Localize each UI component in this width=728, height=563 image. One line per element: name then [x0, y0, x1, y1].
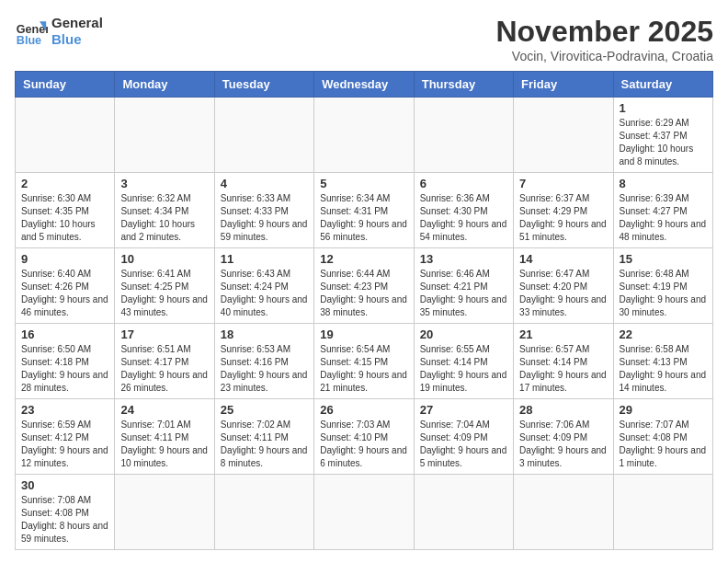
calendar-cell: 15Sunrise: 6:48 AM Sunset: 4:19 PM Dayli… [613, 248, 712, 324]
calendar-cell: 28Sunrise: 7:06 AM Sunset: 4:09 PM Dayli… [514, 399, 613, 475]
day-info: Sunrise: 7:04 AM Sunset: 4:09 PM Dayligh… [420, 419, 507, 470]
day-info: Sunrise: 6:30 AM Sunset: 4:35 PM Dayligh… [21, 192, 108, 244]
calendar-cell [314, 98, 414, 173]
day-info: Sunrise: 7:07 AM Sunset: 4:08 PM Dayligh… [620, 419, 707, 470]
day-info: Sunrise: 6:55 AM Sunset: 4:14 PM Dayligh… [420, 343, 507, 395]
day-info: Sunrise: 7:03 AM Sunset: 4:10 PM Dayligh… [320, 419, 407, 470]
day-number: 6 [420, 177, 507, 190]
day-info: Sunrise: 6:32 AM Sunset: 4:34 PM Dayligh… [120, 192, 208, 244]
day-info: Sunrise: 6:41 AM Sunset: 4:25 PM Dayligh… [120, 268, 208, 319]
calendar-cell: 3Sunrise: 6:32 AM Sunset: 4:34 PM Daylig… [115, 173, 214, 248]
calendar-table: SundayMondayTuesdayWednesdayThursdayFrid… [15, 71, 713, 550]
day-header-saturday: Saturday [613, 72, 712, 98]
day-header-thursday: Thursday [414, 72, 513, 98]
day-info: Sunrise: 6:33 AM Sunset: 4:33 PM Dayligh… [221, 192, 308, 244]
calendar-cell: 5Sunrise: 6:34 AM Sunset: 4:31 PM Daylig… [314, 173, 414, 248]
calendar-cell: 24Sunrise: 7:01 AM Sunset: 4:11 PM Dayli… [115, 399, 214, 475]
day-number: 8 [620, 177, 707, 190]
calendar-cell [115, 98, 214, 173]
calendar-cell [613, 475, 712, 550]
calendar-cell: 18Sunrise: 6:53 AM Sunset: 4:16 PM Dayli… [214, 324, 313, 399]
location: Vocin, Virovitica-Podravina, Croatia [495, 49, 713, 63]
day-number: 17 [120, 327, 208, 341]
day-info: Sunrise: 6:48 AM Sunset: 4:19 PM Dayligh… [620, 268, 707, 319]
calendar-cell [514, 475, 613, 550]
day-info: Sunrise: 6:44 AM Sunset: 4:23 PM Dayligh… [320, 268, 407, 319]
calendar-cell: 14Sunrise: 6:47 AM Sunset: 4:20 PM Dayli… [514, 248, 613, 324]
day-info: Sunrise: 6:54 AM Sunset: 4:15 PM Dayligh… [320, 343, 407, 395]
calendar-cell: 10Sunrise: 6:41 AM Sunset: 4:25 PM Dayli… [115, 248, 214, 324]
day-header-tuesday: Tuesday [214, 72, 313, 98]
day-number: 27 [420, 403, 507, 417]
day-info: Sunrise: 6:53 AM Sunset: 4:16 PM Dayligh… [221, 343, 308, 395]
day-number: 15 [620, 252, 707, 266]
day-number: 1 [620, 101, 707, 115]
day-number: 30 [21, 478, 108, 492]
day-info: Sunrise: 6:47 AM Sunset: 4:20 PM Dayligh… [519, 268, 607, 319]
week-row-3: 9Sunrise: 6:40 AM Sunset: 4:26 PM Daylig… [16, 248, 713, 324]
calendar-cell: 22Sunrise: 6:58 AM Sunset: 4:13 PM Dayli… [613, 324, 712, 399]
day-info: Sunrise: 6:58 AM Sunset: 4:13 PM Dayligh… [620, 343, 707, 395]
calendar-cell [115, 475, 214, 550]
calendar-cell: 6Sunrise: 6:36 AM Sunset: 4:30 PM Daylig… [414, 173, 513, 248]
logo: General Blue General Blue [15, 15, 103, 48]
day-number: 25 [221, 403, 308, 417]
day-number: 13 [420, 252, 507, 266]
day-info: Sunrise: 6:57 AM Sunset: 4:14 PM Dayligh… [519, 343, 607, 395]
calendar-cell: 27Sunrise: 7:04 AM Sunset: 4:09 PM Dayli… [414, 399, 513, 475]
day-info: Sunrise: 6:59 AM Sunset: 4:12 PM Dayligh… [21, 419, 108, 470]
calendar-cell: 8Sunrise: 6:39 AM Sunset: 4:27 PM Daylig… [613, 173, 712, 248]
week-row-4: 16Sunrise: 6:50 AM Sunset: 4:18 PM Dayli… [16, 324, 713, 399]
day-number: 22 [620, 327, 707, 341]
calendar-cell: 11Sunrise: 6:43 AM Sunset: 4:24 PM Dayli… [214, 248, 313, 324]
day-number: 10 [120, 252, 208, 266]
day-info: Sunrise: 6:39 AM Sunset: 4:27 PM Dayligh… [620, 192, 707, 244]
month-title: November 2025 [495, 15, 713, 49]
calendar-cell: 25Sunrise: 7:02 AM Sunset: 4:11 PM Dayli… [214, 399, 313, 475]
day-info: Sunrise: 6:36 AM Sunset: 4:30 PM Dayligh… [420, 192, 507, 244]
calendar-cell: 2Sunrise: 6:30 AM Sunset: 4:35 PM Daylig… [16, 173, 115, 248]
day-number: 29 [620, 403, 707, 417]
page-header: General Blue General Blue November 2025 … [15, 15, 713, 63]
day-number: 9 [21, 252, 108, 266]
day-number: 18 [221, 327, 308, 341]
day-info: Sunrise: 6:43 AM Sunset: 4:24 PM Dayligh… [221, 268, 308, 319]
calendar-cell: 21Sunrise: 6:57 AM Sunset: 4:14 PM Dayli… [514, 324, 613, 399]
calendar-cell [214, 475, 313, 550]
day-header-sunday: Sunday [16, 72, 115, 98]
calendar-cell: 7Sunrise: 6:37 AM Sunset: 4:29 PM Daylig… [514, 173, 613, 248]
day-info: Sunrise: 6:29 AM Sunset: 4:37 PM Dayligh… [620, 117, 707, 168]
day-number: 21 [519, 327, 607, 341]
calendar-cell [214, 98, 313, 173]
logo-blue-text: Blue [51, 31, 103, 48]
day-header-monday: Monday [115, 72, 214, 98]
calendar-cell: 23Sunrise: 6:59 AM Sunset: 4:12 PM Dayli… [16, 399, 115, 475]
logo-icon: General Blue [15, 15, 48, 48]
calendar-cell: 12Sunrise: 6:44 AM Sunset: 4:23 PM Dayli… [314, 248, 414, 324]
day-info: Sunrise: 6:37 AM Sunset: 4:29 PM Dayligh… [519, 192, 607, 244]
calendar-cell [314, 475, 414, 550]
week-row-6: 30Sunrise: 7:08 AM Sunset: 4:08 PM Dayli… [16, 475, 713, 550]
title-block: November 2025 Vocin, Virovitica-Podravin… [495, 15, 713, 63]
day-number: 5 [320, 177, 407, 190]
calendar-cell: 30Sunrise: 7:08 AM Sunset: 4:08 PM Dayli… [16, 475, 115, 550]
calendar-cell [16, 98, 115, 173]
day-number: 20 [420, 327, 507, 341]
day-info: Sunrise: 6:51 AM Sunset: 4:17 PM Dayligh… [120, 343, 208, 395]
calendar-cell: 16Sunrise: 6:50 AM Sunset: 4:18 PM Dayli… [16, 324, 115, 399]
calendar-header-row: SundayMondayTuesdayWednesdayThursdayFrid… [16, 72, 713, 98]
day-header-wednesday: Wednesday [314, 72, 414, 98]
day-info: Sunrise: 7:01 AM Sunset: 4:11 PM Dayligh… [120, 419, 208, 470]
calendar-cell: 9Sunrise: 6:40 AM Sunset: 4:26 PM Daylig… [16, 248, 115, 324]
day-number: 26 [320, 403, 407, 417]
calendar-cell [414, 98, 513, 173]
logo-general-text: General [51, 15, 103, 31]
day-number: 19 [320, 327, 407, 341]
calendar-cell: 4Sunrise: 6:33 AM Sunset: 4:33 PM Daylig… [214, 173, 313, 248]
day-number: 16 [21, 327, 108, 341]
day-info: Sunrise: 6:40 AM Sunset: 4:26 PM Dayligh… [21, 268, 108, 319]
calendar-cell: 29Sunrise: 7:07 AM Sunset: 4:08 PM Dayli… [613, 399, 712, 475]
calendar-cell [514, 98, 613, 173]
calendar-cell [414, 475, 513, 550]
day-number: 7 [519, 177, 607, 190]
